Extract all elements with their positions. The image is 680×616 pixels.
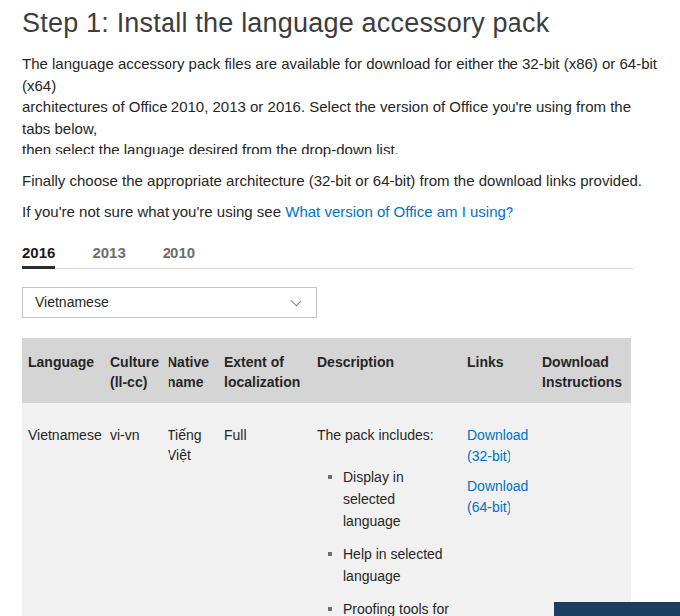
tab-2013[interactable]: 2013 bbox=[92, 244, 125, 269]
cell-extent: Full bbox=[218, 403, 311, 616]
cell-links: Download (32-bit) Download (64-bit) bbox=[461, 403, 536, 616]
intro-line-3: then select the language desired from th… bbox=[22, 139, 658, 160]
header-language: Language bbox=[22, 338, 104, 403]
cell-download-instructions bbox=[536, 403, 631, 616]
cell-culture: vi-vn bbox=[104, 403, 162, 616]
download-32bit-link[interactable]: Download (32-bit) bbox=[467, 425, 530, 466]
cropped-footer-fragment bbox=[554, 602, 680, 616]
tab-2016[interactable]: 2016 bbox=[22, 244, 55, 269]
office-version-tabs: 201620132010 bbox=[22, 244, 633, 269]
pack-includes-label: The pack includes: bbox=[317, 427, 434, 443]
cell-language: Vietnamese bbox=[22, 403, 104, 616]
language-dropdown-value: Vietnamese bbox=[35, 294, 109, 310]
architecture-paragraph: Finally choose the appropriate architect… bbox=[22, 170, 658, 192]
download-64bit-link[interactable]: Download (64-bit) bbox=[467, 476, 530, 518]
chevron-down-icon bbox=[291, 295, 302, 306]
list-item: Display in selected language bbox=[317, 466, 455, 532]
list-item: Proofing tools for selected language bbox=[317, 598, 455, 616]
pack-contents-list: Display in selected language Help in sel… bbox=[317, 466, 455, 616]
header-native-name: Native name bbox=[162, 338, 218, 403]
header-extent: Extent of localization bbox=[218, 338, 311, 403]
header-description: Description bbox=[311, 338, 461, 403]
version-help-text: If you're not sure what you're using see bbox=[22, 203, 285, 220]
intro-line-2: architectures of Office 2010, 2013 or 20… bbox=[22, 96, 658, 139]
header-links: Links bbox=[461, 338, 536, 403]
main-content: Step 1: Install the language accessory p… bbox=[0, 0, 658, 616]
list-item: Help in selected language bbox=[317, 543, 455, 587]
table-header-row: Language Culture (ll-cc) Native name Ext… bbox=[22, 338, 631, 403]
language-dropdown[interactable]: Vietnamese bbox=[22, 287, 317, 318]
cell-description: The pack includes: Display in selected l… bbox=[311, 403, 461, 616]
table-row: Vietnamese vi-vn Tiếng Việt Full The pac… bbox=[22, 403, 631, 616]
version-help-paragraph: If you're not sure what you're using see… bbox=[22, 201, 658, 223]
intro-paragraph: The language accessory pack files are av… bbox=[22, 53, 658, 160]
intro-line-1: The language accessory pack files are av… bbox=[22, 53, 658, 96]
language-pack-table: Language Culture (ll-cc) Native name Ext… bbox=[22, 338, 631, 616]
page-title: Step 1: Install the language accessory p… bbox=[22, 6, 658, 40]
tab-2010[interactable]: 2010 bbox=[163, 244, 195, 269]
header-download-instructions: Download Instructions bbox=[536, 338, 631, 403]
what-version-link[interactable]: What version of Office am I using? bbox=[285, 203, 513, 220]
header-culture: Culture (ll-cc) bbox=[104, 338, 162, 403]
cell-native-name: Tiếng Việt bbox=[162, 403, 218, 616]
